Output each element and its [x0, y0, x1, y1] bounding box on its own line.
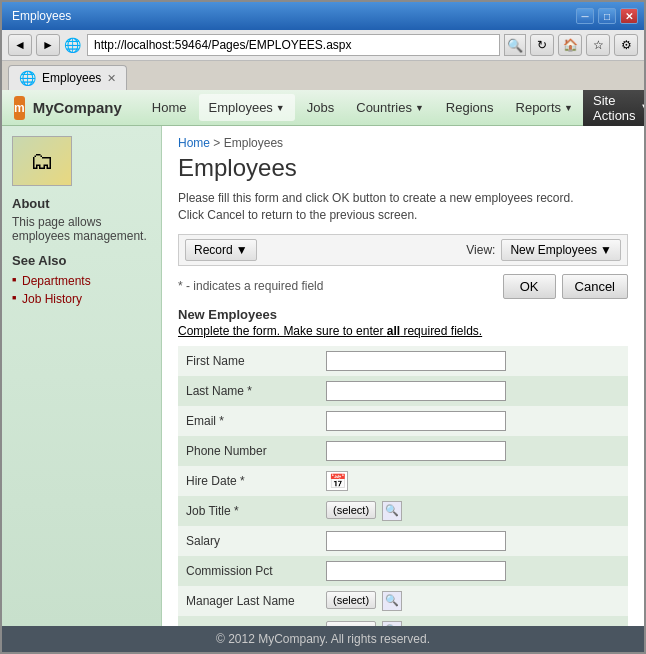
main-layout: 🗂 About This page allows employees manag…	[2, 126, 644, 626]
form-desc-suffix: required fields.	[400, 324, 482, 338]
about-title: About	[12, 196, 151, 211]
home-button[interactable]: 🏠	[558, 34, 582, 56]
salary-input[interactable]	[326, 531, 506, 551]
cancel-button-top[interactable]: Cancel	[562, 274, 628, 299]
job-title-lookup-icon[interactable]: 🔍	[382, 501, 402, 521]
toolbar-right: View: New Employees ▼	[466, 239, 621, 261]
calendar-icon[interactable]: 📅	[326, 471, 348, 491]
table-row: First Name	[178, 346, 628, 376]
sidebar-link-job-history[interactable]: Job History	[12, 290, 151, 308]
footer-text: © 2012 MyCompany. All rights reserved.	[216, 632, 430, 646]
sidebar-link-departments[interactable]: Departments	[12, 272, 151, 290]
window-title: Employees	[8, 9, 572, 23]
browser-window: Employees ─ □ ✕ ◄ ► 🌐 🔍 ↻ 🏠 ☆ ⚙ 🌐 Employ…	[0, 0, 646, 654]
table-row: Hire Date * 📅	[178, 466, 628, 496]
tabs-bar: 🌐 Employees ✕	[2, 61, 644, 90]
favorites-button[interactable]: ☆	[586, 34, 610, 56]
site-actions-arrow: ▼	[640, 100, 644, 115]
nav-item-reports[interactable]: Reports ▼	[506, 94, 583, 121]
nav-employees-arrow: ▼	[276, 103, 285, 113]
last-name-input[interactable]	[326, 381, 506, 401]
settings-button[interactable]: ⚙	[614, 34, 638, 56]
view-value: New Employees	[510, 243, 597, 257]
refresh-button[interactable]: ↻	[530, 34, 554, 56]
view-arrow: ▼	[600, 243, 612, 257]
nav-item-jobs[interactable]: Jobs	[297, 94, 344, 121]
view-label: View:	[466, 243, 495, 257]
nav-item-regions[interactable]: Regions	[436, 94, 504, 121]
field-label-phone: Phone Number	[178, 436, 318, 466]
nav-countries-arrow: ▼	[415, 103, 424, 113]
field-label-manager: Manager Last Name	[178, 586, 318, 616]
field-label-hire-date: Hire Date *	[178, 466, 318, 496]
field-label-job-title: Job Title *	[178, 496, 318, 526]
email-input[interactable]	[326, 411, 506, 431]
record-label: Record	[194, 243, 233, 257]
breadcrumb: Home > Employees	[178, 136, 628, 150]
site-actions-button[interactable]: Site Actions ▼	[583, 90, 644, 128]
tab-close-icon[interactable]: ✕	[107, 72, 116, 85]
table-row: Salary	[178, 526, 628, 556]
table-row: Manager Last Name (select) 🔍	[178, 586, 628, 616]
tab-label: Employees	[42, 71, 101, 85]
breadcrumb-separator: >	[213, 136, 223, 150]
page-frame: m MyCompany Home Employees ▼ Jobs Countr…	[2, 90, 644, 652]
search-button[interactable]: 🔍	[504, 34, 526, 56]
table-row: Last Name *	[178, 376, 628, 406]
forward-button[interactable]: ►	[36, 34, 60, 56]
view-select-button[interactable]: New Employees ▼	[501, 239, 621, 261]
field-label-commission: Commission Pct	[178, 556, 318, 586]
job-title-select-button[interactable]: (select)	[326, 501, 376, 519]
page-title: Employees	[178, 154, 628, 182]
manager-select-button[interactable]: (select)	[326, 591, 376, 609]
table-row: Commission Pct	[178, 556, 628, 586]
first-name-input[interactable]	[326, 351, 506, 371]
address-bar: ◄ ► 🌐 🔍 ↻ 🏠 ☆ ⚙	[2, 30, 644, 61]
phone-input[interactable]	[326, 441, 506, 461]
manager-lookup-icon[interactable]: 🔍	[382, 591, 402, 611]
field-label-first-name: First Name	[178, 346, 318, 376]
record-arrow: ▼	[236, 243, 248, 257]
form-section-title: New Employees	[178, 307, 628, 322]
sidebar-image: 🗂	[12, 136, 72, 186]
page-description: Please fill this form and click OK butto…	[178, 190, 628, 224]
maximize-button[interactable]: □	[598, 8, 616, 24]
form-desc-prefix: Complete the form. Make sure to enter	[178, 324, 387, 338]
see-also-title: See Also	[12, 253, 151, 268]
record-button[interactable]: Record ▼	[185, 239, 257, 261]
close-button[interactable]: ✕	[620, 8, 638, 24]
content-area: Home > Employees Employees Please fill t…	[162, 126, 644, 626]
company-logo: m	[14, 96, 25, 120]
nav-jobs-label: Jobs	[307, 100, 334, 115]
tab-ie-icon: 🌐	[19, 70, 36, 86]
back-button[interactable]: ◄	[8, 34, 32, 56]
page-desc-line1: Please fill this form and click OK butto…	[178, 191, 574, 205]
action-buttons-top: OK Cancel	[503, 274, 628, 299]
nav-item-home[interactable]: Home	[142, 94, 197, 121]
site-nav: m MyCompany Home Employees ▼ Jobs Countr…	[2, 90, 644, 126]
breadcrumb-home[interactable]: Home	[178, 136, 210, 150]
minimize-button[interactable]: ─	[576, 8, 594, 24]
form-desc-highlight: all	[387, 324, 400, 338]
commission-input[interactable]	[326, 561, 506, 581]
ie-icon: 🌐	[64, 37, 81, 53]
address-input[interactable]	[87, 34, 500, 56]
nav-reports-label: Reports	[516, 100, 562, 115]
active-tab[interactable]: 🌐 Employees ✕	[8, 65, 127, 90]
table-row: Email *	[178, 406, 628, 436]
field-label-last-name: Last Name *	[178, 376, 318, 406]
nav-countries-label: Countries	[356, 100, 412, 115]
toolbar: Record ▼ View: New Employees ▼	[178, 234, 628, 266]
ok-button-top[interactable]: OK	[503, 274, 556, 299]
toolbar-left: Record ▼	[185, 239, 257, 261]
about-text: This page allows employees management.	[12, 215, 151, 243]
field-label-department: Department Name	[178, 616, 318, 626]
page-desc-line2: Click Cancel to return to the previous s…	[178, 208, 417, 222]
form-section-desc: Complete the form. Make sure to enter al…	[178, 324, 628, 338]
nav-item-countries[interactable]: Countries ▼	[346, 94, 434, 121]
form-table: First Name Last Name * Email * Phon	[178, 346, 628, 626]
nav-item-employees[interactable]: Employees ▼	[199, 94, 295, 121]
nav-regions-label: Regions	[446, 100, 494, 115]
company-name: MyCompany	[33, 99, 122, 116]
site-actions-label: Site Actions	[593, 93, 636, 123]
